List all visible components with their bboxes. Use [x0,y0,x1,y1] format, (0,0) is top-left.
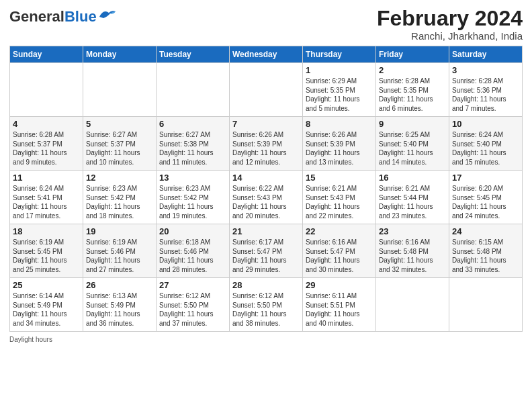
day-info: Sunrise: 6:11 AMSunset: 5:51 PMDaylight:… [306,291,373,328]
calendar-cell: 8Sunrise: 6:26 AMSunset: 5:39 PMDaylight… [303,117,376,171]
day-info: Sunrise: 6:16 AMSunset: 5:47 PMDaylight:… [306,238,373,274]
day-number: 23 [379,226,446,236]
day-info: Sunrise: 6:18 AMSunset: 5:46 PMDaylight:… [159,238,226,274]
day-number: 28 [232,280,300,290]
day-info: Sunrise: 6:29 AMSunset: 5:35 PMDaylight:… [306,77,373,113]
calendar-cell: 24Sunrise: 6:15 AMSunset: 5:48 PMDayligh… [449,224,523,278]
page: GeneralBlue February 2024 Ranchi, Jharkh… [0,0,532,411]
day-number: 8 [306,119,373,129]
day-info: Sunrise: 6:20 AMSunset: 5:45 PMDaylight:… [452,184,519,220]
calendar-cell: 22Sunrise: 6:16 AMSunset: 5:47 PMDayligh… [303,224,376,278]
day-info: Sunrise: 6:19 AMSunset: 5:46 PMDaylight:… [86,238,153,274]
day-number: 3 [452,65,519,75]
day-info: Sunrise: 6:28 AMSunset: 5:37 PMDaylight:… [13,130,80,167]
day-info: Sunrise: 6:28 AMSunset: 5:35 PMDaylight:… [379,77,446,113]
calendar-cell: 7Sunrise: 6:26 AMSunset: 5:39 PMDaylight… [230,117,303,171]
day-number: 13 [159,173,226,183]
calendar-week-5: 25Sunrise: 6:14 AMSunset: 5:49 PMDayligh… [10,278,523,332]
calendar-table: SundayMondayTuesdayWednesdayThursdayFrid… [9,46,523,332]
day-info: Sunrise: 6:21 AMSunset: 5:43 PMDaylight:… [306,184,373,220]
calendar-week-3: 11Sunrise: 6:24 AMSunset: 5:41 PMDayligh… [10,171,523,224]
day-number: 27 [159,280,226,290]
weekday-header-sunday: Sunday [10,46,83,63]
day-number: 4 [13,119,80,129]
day-number: 17 [452,173,519,183]
weekday-header-monday: Monday [83,46,157,63]
calendar-cell: 12Sunrise: 6:23 AMSunset: 5:42 PMDayligh… [83,171,157,224]
day-info: Sunrise: 6:19 AMSunset: 5:45 PMDaylight:… [13,238,80,274]
calendar-cell: 27Sunrise: 6:12 AMSunset: 5:50 PMDayligh… [157,278,230,332]
day-info: Sunrise: 6:22 AMSunset: 5:43 PMDaylight:… [232,184,300,220]
logo-bird-icon [98,7,117,21]
calendar-cell: 17Sunrise: 6:20 AMSunset: 5:45 PMDayligh… [449,171,523,224]
weekday-header-row: SundayMondayTuesdayWednesdayThursdayFrid… [10,46,523,63]
day-info: Sunrise: 6:24 AMSunset: 5:40 PMDaylight:… [452,130,519,167]
logo: GeneralBlue [9,9,117,24]
calendar-cell: 20Sunrise: 6:18 AMSunset: 5:46 PMDayligh… [157,224,230,278]
calendar-body: 1Sunrise: 6:29 AMSunset: 5:35 PMDaylight… [10,63,523,332]
weekday-header-friday: Friday [376,46,449,63]
footer: Daylight hours [9,336,523,343]
calendar-cell: 18Sunrise: 6:19 AMSunset: 5:45 PMDayligh… [10,224,83,278]
day-number: 18 [13,226,80,236]
day-number: 22 [306,226,373,236]
daylight-label: Daylight hours [9,336,52,343]
calendar-cell: 29Sunrise: 6:11 AMSunset: 5:51 PMDayligh… [303,278,376,332]
day-number: 6 [159,119,226,129]
day-number: 24 [452,226,519,236]
logo-text: GeneralBlue [9,9,97,24]
calendar-cell: 15Sunrise: 6:21 AMSunset: 5:43 PMDayligh… [303,171,376,224]
day-info: Sunrise: 6:27 AMSunset: 5:38 PMDaylight:… [159,130,226,167]
calendar-week-2: 4Sunrise: 6:28 AMSunset: 5:37 PMDaylight… [10,117,523,171]
calendar-cell: 9Sunrise: 6:25 AMSunset: 5:40 PMDaylight… [376,117,449,171]
day-number: 29 [306,280,373,290]
day-number: 26 [86,280,153,290]
calendar-cell: 13Sunrise: 6:23 AMSunset: 5:42 PMDayligh… [157,171,230,224]
day-info: Sunrise: 6:25 AMSunset: 5:40 PMDaylight:… [379,130,446,167]
page-subtitle: Ranchi, Jharkhand, India [377,30,523,42]
calendar-cell: 2Sunrise: 6:28 AMSunset: 5:35 PMDaylight… [376,63,449,117]
calendar-cell: 16Sunrise: 6:21 AMSunset: 5:44 PMDayligh… [376,171,449,224]
calendar-cell [157,63,230,117]
day-info: Sunrise: 6:12 AMSunset: 5:50 PMDaylight:… [159,291,226,328]
day-info: Sunrise: 6:26 AMSunset: 5:39 PMDaylight:… [232,130,300,167]
day-number: 15 [306,173,373,183]
day-number: 14 [232,173,300,183]
day-number: 16 [379,173,446,183]
calendar-cell: 6Sunrise: 6:27 AMSunset: 5:38 PMDaylight… [157,117,230,171]
day-info: Sunrise: 6:21 AMSunset: 5:44 PMDaylight:… [379,184,446,220]
page-title: February 2024 [377,7,523,30]
day-info: Sunrise: 6:13 AMSunset: 5:49 PMDaylight:… [86,291,153,328]
title-block: February 2024 Ranchi, Jharkhand, India [377,7,523,42]
day-number: 7 [232,119,300,129]
calendar-cell: 23Sunrise: 6:16 AMSunset: 5:48 PMDayligh… [376,224,449,278]
day-number: 1 [306,65,373,75]
calendar-cell: 26Sunrise: 6:13 AMSunset: 5:49 PMDayligh… [83,278,157,332]
calendar-cell [83,63,157,117]
day-number: 12 [86,173,153,183]
logo-blue: Blue [64,8,97,25]
weekday-header-thursday: Thursday [303,46,376,63]
day-number: 9 [379,119,446,129]
day-info: Sunrise: 6:17 AMSunset: 5:47 PMDaylight:… [232,238,300,274]
weekday-header-wednesday: Wednesday [230,46,303,63]
day-info: Sunrise: 6:27 AMSunset: 5:37 PMDaylight:… [86,130,153,167]
day-number: 19 [86,226,153,236]
day-info: Sunrise: 6:26 AMSunset: 5:39 PMDaylight:… [306,130,373,167]
calendar-cell [230,63,303,117]
calendar-cell: 5Sunrise: 6:27 AMSunset: 5:37 PMDaylight… [83,117,157,171]
day-number: 11 [13,173,80,183]
day-info: Sunrise: 6:15 AMSunset: 5:48 PMDaylight:… [452,238,519,274]
calendar-cell: 4Sunrise: 6:28 AMSunset: 5:37 PMDaylight… [10,117,83,171]
day-number: 5 [86,119,153,129]
calendar-week-1: 1Sunrise: 6:29 AMSunset: 5:35 PMDaylight… [10,63,523,117]
calendar-cell: 1Sunrise: 6:29 AMSunset: 5:35 PMDaylight… [303,63,376,117]
weekday-header-saturday: Saturday [449,46,523,63]
header: GeneralBlue February 2024 Ranchi, Jharkh… [9,7,523,42]
day-info: Sunrise: 6:14 AMSunset: 5:49 PMDaylight:… [13,291,80,328]
calendar-cell: 28Sunrise: 6:12 AMSunset: 5:50 PMDayligh… [230,278,303,332]
day-info: Sunrise: 6:28 AMSunset: 5:36 PMDaylight:… [452,77,519,113]
calendar-header: SundayMondayTuesdayWednesdayThursdayFrid… [10,46,523,63]
day-number: 25 [13,280,80,290]
calendar-cell: 3Sunrise: 6:28 AMSunset: 5:36 PMDaylight… [449,63,523,117]
